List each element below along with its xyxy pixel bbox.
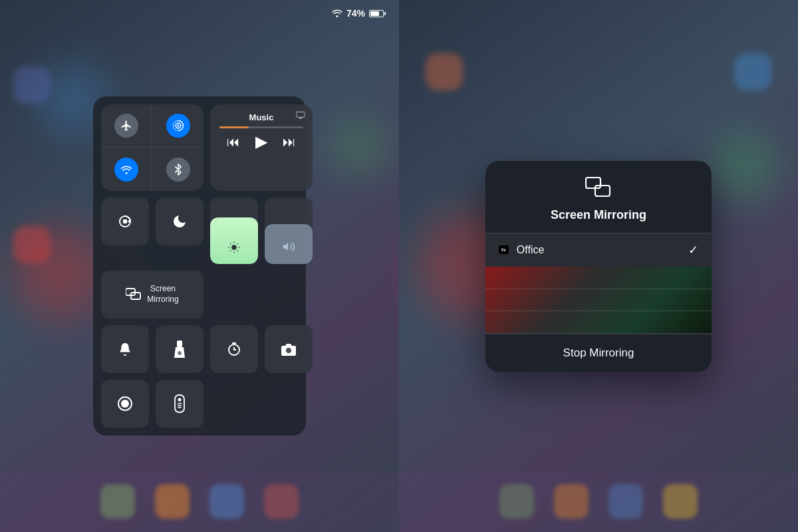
svg-rect-4: [123, 219, 127, 223]
right-dock-4: [663, 484, 698, 519]
right-panel: Screen Mirroring tv Office ✓ Stop Mirror…: [399, 0, 798, 532]
svg-rect-15: [126, 289, 135, 295]
left-panel: 74%: [0, 0, 399, 532]
svg-point-26: [178, 398, 182, 402]
svg-rect-16: [131, 293, 140, 299]
bg-app-2: [13, 226, 51, 263]
stop-mirroring-button[interactable]: Stop Mirroring: [485, 334, 712, 372]
wifi-button[interactable]: [101, 148, 152, 191]
svg-rect-28: [178, 405, 182, 406]
right-dock-1: [499, 484, 534, 519]
right-dock-3: [608, 484, 643, 519]
bg-app-1: [13, 66, 51, 104]
wifi-icon: [332, 9, 342, 17]
svg-rect-31: [595, 186, 610, 196]
brightness-slider[interactable]: [210, 198, 258, 264]
music-play-button[interactable]: ▶: [255, 132, 267, 151]
status-bar: 74%: [332, 8, 386, 19]
battery-icon: [369, 10, 386, 17]
battery-percent: 74%: [346, 8, 365, 19]
screen-mirroring-label: ScreenMirroring: [147, 284, 178, 305]
brightness-icon: [228, 241, 240, 256]
do-not-disturb-button[interactable]: [156, 198, 203, 245]
preview-line-1: [485, 289, 712, 289]
brightness-fill: [210, 217, 258, 264]
airplane-mode-button[interactable]: [101, 104, 152, 148]
right-dock-2: [554, 484, 589, 519]
airplay-button[interactable]: [295, 110, 306, 122]
music-progress-fill: [219, 126, 249, 128]
svg-rect-29: [178, 407, 182, 408]
rotation-lock-button[interactable]: [101, 198, 149, 245]
cellular-data-button[interactable]: [152, 104, 203, 148]
wifi-ctrl-icon: [114, 158, 138, 182]
music-block[interactable]: Music ⏮ ▶ ⏭: [210, 104, 313, 191]
music-progress-bar: [219, 126, 303, 128]
music-rewind-button[interactable]: ⏮: [227, 134, 240, 150]
svg-rect-27: [178, 403, 182, 404]
bell-button[interactable]: [101, 325, 149, 373]
mirror-dialog-icon: [585, 177, 612, 203]
svg-rect-17: [177, 340, 182, 347]
mirror-device-row[interactable]: tv Office ✓: [485, 233, 712, 267]
appletv-badge: tv: [499, 245, 509, 254]
svg-point-24: [121, 400, 129, 408]
svg-point-1: [177, 125, 179, 127]
mirror-dialog-title: Screen Mirroring: [551, 208, 646, 222]
bottom-buttons-row: [101, 380, 203, 428]
bluetooth-button[interactable]: [152, 148, 203, 191]
device-selected-checkmark: ✓: [688, 243, 698, 257]
mirror-dialog-header: Screen Mirroring: [485, 161, 712, 233]
preview-line-2: [485, 311, 712, 311]
bg-blob-3: [332, 120, 386, 173]
volume-icon: [282, 240, 295, 256]
connectivity-block: [101, 104, 203, 191]
flashlight-button[interactable]: [156, 325, 203, 373]
right-bg-app-2: [734, 53, 771, 90]
dock-icon-3: [209, 484, 244, 519]
control-center: Music ⏮ ▶ ⏭: [93, 96, 306, 436]
right-blob-2: [712, 133, 778, 200]
music-title: Music: [219, 112, 303, 122]
dock-icon-4: [264, 484, 299, 519]
timer-button[interactable]: [210, 325, 258, 373]
svg-rect-30: [586, 178, 600, 188]
stop-mirroring-label: Stop Mirroring: [563, 346, 634, 360]
bottom-dock-left: [100, 484, 299, 519]
svg-line-12: [230, 251, 231, 251]
volume-slider[interactable]: [265, 198, 313, 264]
screen-record-button[interactable]: [101, 380, 149, 428]
airplane-icon: [114, 114, 138, 138]
svg-point-5: [231, 245, 237, 250]
music-controls: ⏮ ▶ ⏭: [219, 132, 303, 151]
dock-icon-1: [100, 484, 135, 519]
svg-line-13: [237, 243, 238, 244]
dock-icon-2: [155, 484, 190, 519]
screen-mirroring-icon: [126, 288, 142, 301]
bluetooth-icon: [166, 158, 190, 182]
mirror-preview-area: [485, 267, 712, 333]
music-forward-button[interactable]: ⏭: [283, 134, 296, 150]
apple-tv-remote-button[interactable]: [156, 380, 203, 428]
screen-mirroring-dialog: Screen Mirroring tv Office ✓ Stop Mirror…: [485, 161, 712, 372]
screen-mirroring-button[interactable]: ScreenMirroring: [101, 271, 203, 319]
svg-line-8: [230, 243, 231, 244]
svg-marker-14: [283, 243, 289, 251]
bottom-dock-right: [499, 484, 698, 519]
right-bg-app-1: [426, 53, 463, 90]
svg-point-22: [286, 348, 291, 353]
device-name: Office: [517, 244, 680, 256]
svg-point-2: [126, 172, 128, 174]
utility-buttons-row: [101, 325, 313, 373]
svg-line-9: [237, 251, 238, 251]
cellular-icon: [166, 114, 190, 138]
camera-button[interactable]: [265, 325, 313, 373]
svg-point-18: [178, 351, 182, 355]
